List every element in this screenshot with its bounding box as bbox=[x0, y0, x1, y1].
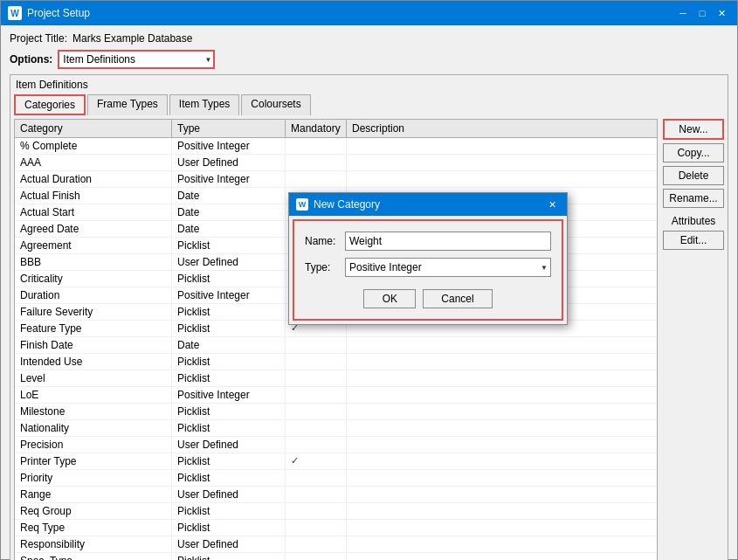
cell-description bbox=[347, 520, 657, 536]
cell-mandatory bbox=[286, 171, 347, 187]
cell-mandatory bbox=[286, 536, 347, 552]
table-row[interactable]: Range User Defined bbox=[15, 487, 657, 503]
cell-description bbox=[347, 155, 657, 170]
cell-type: User Defined bbox=[172, 254, 286, 270]
table-row[interactable]: Actual Duration Positive Integer bbox=[15, 171, 657, 188]
table-row[interactable]: Level Picklist bbox=[15, 370, 657, 387]
table-wrapper: Category Type Mandatory Description % Co… bbox=[14, 119, 658, 560]
cell-mandatory: ✓ bbox=[286, 453, 347, 469]
cell-type: Positive Integer bbox=[172, 387, 286, 403]
modal-type-select-wrapper: Positive Integer User Defined Date Pickl… bbox=[345, 258, 551, 277]
close-button[interactable]: ✕ bbox=[713, 5, 730, 21]
tab-coloursets[interactable]: Coloursets bbox=[241, 94, 310, 115]
cell-description bbox=[347, 387, 657, 403]
cell-type: Picklist bbox=[172, 503, 286, 519]
cell-category: Feature Type bbox=[15, 321, 172, 336]
modal-type-label: Type: bbox=[305, 261, 340, 273]
options-select-wrapper: Item Definitions Other Option bbox=[58, 50, 215, 69]
tab-categories[interactable]: Categories bbox=[14, 94, 86, 115]
cell-type: User Defined bbox=[172, 487, 286, 502]
cell-mandatory bbox=[286, 404, 347, 419]
edit-button[interactable]: Edit... bbox=[663, 231, 724, 250]
modal-close-button[interactable]: ✕ bbox=[544, 197, 560, 211]
cell-type: Date bbox=[172, 204, 286, 220]
cell-type: Date bbox=[172, 188, 286, 204]
table-row[interactable]: Nationality Picklist bbox=[15, 420, 657, 437]
tab-item-types[interactable]: Item Types bbox=[169, 94, 239, 115]
table-row[interactable]: % Complete Positive Integer bbox=[15, 138, 657, 155]
cell-type: User Defined bbox=[172, 536, 286, 552]
cell-category: Responsibility bbox=[15, 536, 172, 552]
cell-category: BBB bbox=[15, 254, 172, 270]
table-row[interactable]: Priority Picklist bbox=[15, 470, 657, 487]
options-label: Options: bbox=[10, 53, 52, 66]
cell-type: Picklist bbox=[172, 420, 286, 436]
cell-description bbox=[347, 437, 657, 453]
maximize-button[interactable]: □ bbox=[693, 5, 711, 21]
table-row[interactable]: Intended Use Picklist bbox=[15, 354, 657, 370]
table-row[interactable]: Milestone Picklist bbox=[15, 404, 657, 420]
modal-ok-button[interactable]: OK bbox=[363, 289, 416, 308]
cell-type: Picklist bbox=[172, 453, 286, 469]
delete-button[interactable]: Delete bbox=[663, 166, 724, 185]
cell-mandatory bbox=[286, 387, 347, 403]
cell-mandatory bbox=[286, 370, 347, 386]
cell-type: Picklist bbox=[172, 271, 286, 287]
modal-name-label: Name: bbox=[305, 235, 340, 247]
table-row[interactable]: Responsibility User Defined bbox=[15, 536, 657, 553]
cell-type: Positive Integer bbox=[172, 171, 286, 187]
cell-description bbox=[347, 138, 657, 154]
options-row: Options: Item Definitions Other Option bbox=[10, 50, 728, 69]
minimize-button[interactable]: ─ bbox=[674, 5, 692, 21]
cell-category: Agreed Date bbox=[15, 221, 172, 237]
new-button[interactable]: New... bbox=[663, 119, 724, 140]
cell-category: AAA bbox=[15, 155, 172, 170]
attributes-label: Attributes bbox=[663, 215, 724, 227]
modal-cancel-button[interactable]: Cancel bbox=[423, 289, 492, 308]
cell-mandatory bbox=[286, 553, 347, 560]
modal-icon: W bbox=[296, 198, 308, 211]
cell-category: Range bbox=[15, 487, 172, 502]
modal-type-select[interactable]: Positive Integer User Defined Date Pickl… bbox=[345, 258, 551, 277]
cell-type: Picklist bbox=[172, 370, 286, 386]
modal-title-bar: W New Category ✕ bbox=[289, 193, 567, 216]
cell-description bbox=[347, 453, 657, 469]
cell-description bbox=[347, 553, 657, 560]
table-row[interactable]: LoE Positive Integer bbox=[15, 387, 657, 404]
table-row[interactable]: Req Group Picklist bbox=[15, 503, 657, 520]
modal-name-input[interactable] bbox=[345, 232, 551, 251]
table-row[interactable]: Spec_Type Picklist bbox=[15, 553, 657, 560]
table-row[interactable]: Printer Type Picklist ✓ bbox=[15, 453, 657, 470]
table-row[interactable]: Req Type Picklist bbox=[15, 520, 657, 536]
table-header: Category Type Mandatory Description bbox=[15, 120, 657, 138]
tab-frame-types[interactable]: Frame Types bbox=[87, 94, 168, 115]
cell-category: Actual Duration bbox=[15, 171, 172, 187]
modal-type-field: Type: Positive Integer User Defined Date… bbox=[305, 258, 551, 277]
cell-category: LoE bbox=[15, 387, 172, 403]
cell-description bbox=[347, 487, 657, 502]
table-row[interactable]: Finish Date Date bbox=[15, 337, 657, 354]
right-buttons: New... Copy... Delete Rename... Attribut… bbox=[663, 119, 724, 560]
tabs-row: Categories Frame Types Item Types Colour… bbox=[14, 94, 724, 115]
cell-category: Failure Severity bbox=[15, 304, 172, 320]
table-row[interactable]: AAA User Defined bbox=[15, 155, 657, 171]
modal-title: New Category bbox=[314, 198, 380, 211]
new-category-modal: W New Category ✕ Name: Type: Positive In… bbox=[288, 192, 568, 325]
cell-mandatory bbox=[286, 487, 347, 502]
rename-button[interactable]: Rename... bbox=[663, 189, 724, 208]
project-title-value: Marks Example Database bbox=[72, 32, 192, 45]
header-category: Category bbox=[15, 120, 172, 137]
cell-type: Picklist bbox=[172, 321, 286, 336]
cell-category: Finish Date bbox=[15, 337, 172, 353]
header-type: Type bbox=[172, 120, 286, 137]
table-row[interactable]: Precision User Defined bbox=[15, 437, 657, 453]
cell-category: Actual Finish bbox=[15, 188, 172, 204]
cell-type: Date bbox=[172, 221, 286, 237]
cell-mandatory bbox=[286, 337, 347, 353]
options-select[interactable]: Item Definitions Other Option bbox=[58, 50, 215, 69]
cell-description bbox=[347, 171, 657, 187]
copy-button[interactable]: Copy... bbox=[663, 143, 724, 162]
cell-type: User Defined bbox=[172, 437, 286, 453]
cell-type: Date bbox=[172, 337, 286, 353]
modal-name-field: Name: bbox=[305, 232, 551, 251]
